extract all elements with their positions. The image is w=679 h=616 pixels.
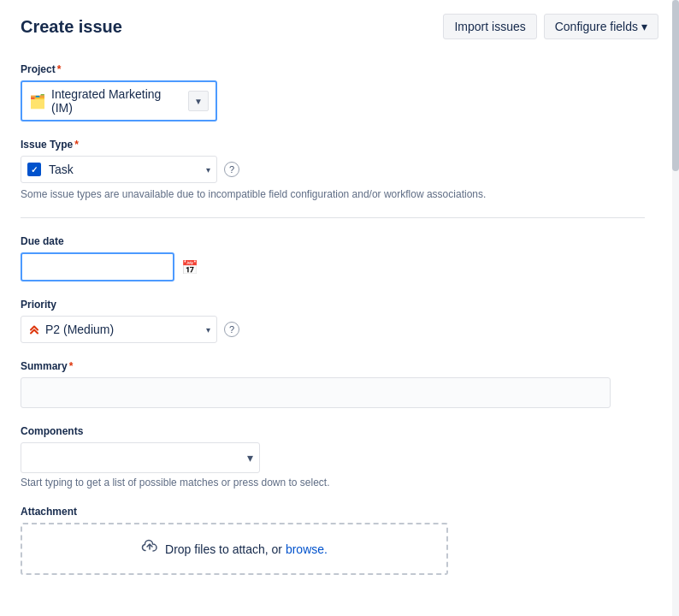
priority-help-icon[interactable]: ? [224,322,239,337]
issue-type-required-marker: * [74,139,79,151]
import-issues-button[interactable]: Import issues [443,14,536,39]
create-issue-dialog: Create issue Import issues Configure fie… [0,0,679,616]
section-divider [21,217,645,218]
project-field-group: Project* 🗂️ Integrated Marketing (IM) ▼ [21,63,645,121]
page-title: Create issue [21,17,122,37]
issue-type-row: Task Bug Story Epic ▾ ? [21,156,645,183]
priority-wrapper: P1 (Highest) P2 (Medium) P3 (Low) P4 (Lo… [21,316,217,343]
header-actions: Import issues Configure fields ▾ [443,14,658,39]
summary-required-marker: * [69,360,74,372]
attachment-field-group: Attachment Drop files to attach, or brow… [21,506,645,575]
attachment-browse-link[interactable]: browse. [286,542,328,556]
issue-type-wrapper: Task Bug Story Epic ▾ [21,156,217,183]
scrollbar-track[interactable] [672,0,679,616]
priority-field-group: Priority P1 (Highest) P2 (Medium) P3 (Lo… [21,299,645,343]
due-date-row: 📅 [21,252,645,281]
issue-type-note: Some issue types are unavailable due to … [21,188,517,200]
project-expand-icon: ▼ [194,97,203,106]
attachment-label: Attachment [21,506,645,518]
scrollbar-thumb[interactable] [672,0,679,171]
issue-type-help-icon[interactable]: ? [224,162,239,177]
due-date-field-group: Due date 📅 [21,235,645,281]
summary-input[interactable] [21,377,611,408]
priority-row: P1 (Highest) P2 (Medium) P3 (Low) P4 (Lo… [21,316,645,343]
priority-select[interactable]: P1 (Highest) P2 (Medium) P3 (Low) P4 (Lo… [21,316,217,343]
components-hint: Start typing to get a list of possible m… [21,477,645,489]
priority-label: Priority [21,299,645,311]
components-field-group: Components ▾ Start typing to get a list … [21,425,645,489]
project-required-marker: * [57,63,62,75]
form-content: Project* 🗂️ Integrated Marketing (IM) ▼ … [0,50,679,606]
summary-label: Summary* [21,360,645,372]
dialog-header: Create issue Import issues Configure fie… [0,0,679,50]
issue-type-select[interactable]: Task Bug Story Epic [21,156,217,183]
project-label: Project* [21,63,645,75]
configure-chevron-icon: ▾ [641,20,647,33]
components-select[interactable] [21,442,260,473]
issue-type-icon [27,163,41,176]
issue-type-label: Issue Type* [21,139,645,151]
attachment-dropzone-text: Drop files to attach, or browse. [165,542,328,556]
attachment-dropzone[interactable]: Drop files to attach, or browse. [21,523,448,575]
dialog-footer: Create another Create Cancel [0,606,679,616]
summary-field-group: Summary* [21,360,645,408]
upload-icon [141,538,158,560]
configure-fields-button[interactable]: Configure fields ▾ [544,14,658,39]
components-wrapper: ▾ [21,442,260,473]
components-label: Components [21,425,645,437]
due-date-input[interactable] [21,252,174,281]
project-name: Integrated Marketing (IM) [51,87,183,115]
project-expand-button[interactable]: ▼ [188,91,209,111]
project-selector[interactable]: 🗂️ Integrated Marketing (IM) ▼ [21,80,217,121]
calendar-icon[interactable]: 📅 [181,259,198,275]
configure-fields-label: Configure fields [555,20,638,33]
due-date-label: Due date [21,235,645,247]
project-emoji: 🗂️ [29,93,46,110]
issue-type-field-group: Issue Type* Task Bug Story Epic ▾ ? [21,139,645,200]
